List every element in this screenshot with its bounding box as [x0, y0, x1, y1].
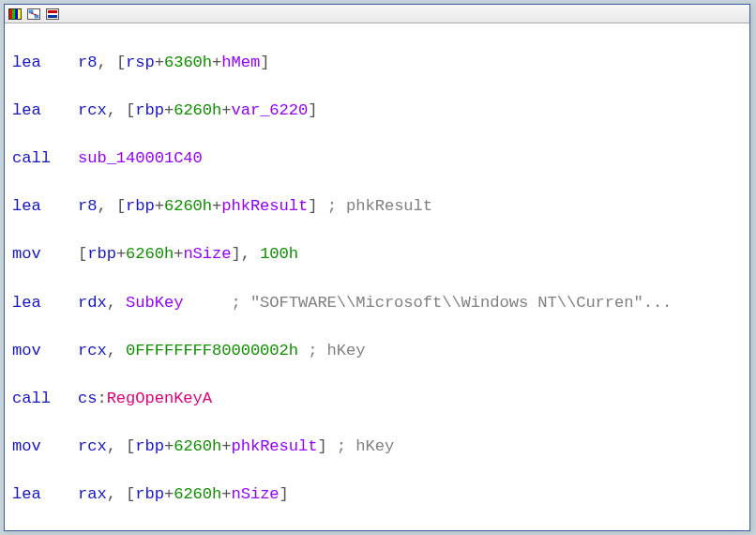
svg-rect-1: [9, 9, 12, 19]
svg-rect-12: [48, 15, 57, 18]
asm-line: callcs:RegOpenKeyA: [12, 387, 744, 411]
svg-rect-11: [48, 13, 57, 15]
asm-line: callsub_140001C40: [12, 146, 744, 171]
asm-line: movrcx, 0FFFFFFFF80000002h ; hKey: [12, 339, 744, 363]
asm-line: learax, [rbp+6260h+nSize]: [12, 482, 744, 507]
asm-line: lear8, [rsp+6360h+hMem]: [12, 51, 744, 75]
asm-line: lear8, [rbp+6260h+phkResult] ; phkResult: [12, 194, 744, 219]
svg-rect-10: [48, 10, 57, 13]
disassembly-window: lear8, [rsp+6360h+hMem] learcx, [rbp+626…: [4, 4, 750, 531]
svg-rect-6: [29, 10, 33, 13]
toolbar: [5, 5, 749, 23]
color-palette-icon[interactable]: [7, 7, 23, 22]
graph-icon[interactable]: [25, 7, 42, 22]
svg-rect-2: [12, 9, 15, 19]
asm-line: leardx, SubKey ; "SOFTWARE\\Microsoft\\W…: [12, 291, 744, 315]
disassembly-listing[interactable]: lear8, [rsp+6360h+hMem] learcx, [rbp+626…: [5, 23, 749, 530]
svg-rect-7: [35, 15, 38, 18]
svg-rect-3: [15, 9, 18, 19]
asm-line: mov[rbp+6260h+nSize], 100h: [12, 242, 744, 267]
svg-rect-4: [18, 9, 21, 19]
asm-line: learcx, [rbp+6260h+var_6220]: [12, 99, 744, 123]
asm-line: movrcx, [rbp+6260h+phkResult] ; hKey: [12, 435, 744, 459]
flag-icon[interactable]: [44, 7, 61, 22]
